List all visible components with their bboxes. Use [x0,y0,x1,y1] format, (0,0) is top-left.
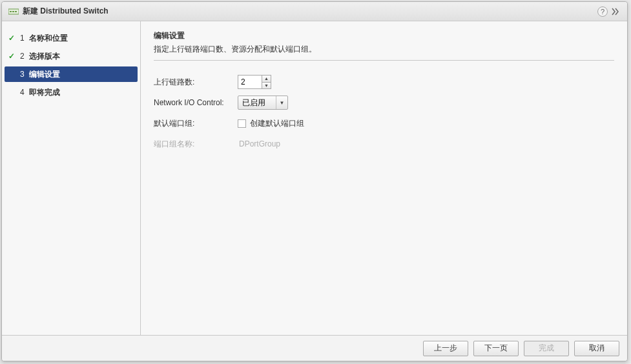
svg-rect-2 [12,11,14,12]
finish-button: 完成 [524,341,569,356]
row-uplinks: 上行链路数: ▲ ▼ [154,72,614,92]
step-number: 2 [20,52,29,61]
nioc-select[interactable]: 已启用 ▼ [238,96,288,110]
pg-name-value: DPortGroup [238,139,280,148]
step-label: 选择版本 [29,51,60,62]
step-number: 4 [20,88,29,97]
uplink-label: 上行链路数: [154,77,238,88]
spinner-down[interactable]: ▼ [262,83,271,89]
step-label: 编辑设置 [29,69,60,80]
section-subtitle: 指定上行链路端口数、资源分配和默认端口组。 [154,44,614,55]
svg-rect-3 [15,11,17,12]
help-icon[interactable]: ? [597,6,608,17]
row-portgroup-name: 端口组名称: DPortGroup [154,134,614,154]
dialog-body: ✓ 1 名称和位置 ✓ 2 选择版本 3 编辑设置 4 即将完成 编辑设置 [2,21,627,335]
svg-rect-1 [10,11,12,12]
wizard-dialog: 新建 Distributed Switch ? ✓ 1 名称和位置 ✓ 2 选择… [1,1,628,361]
row-nioc: Network I/O Control: 已启用 ▼ [154,93,614,112]
titlebar: 新建 Distributed Switch ? [2,2,627,21]
nioc-label: Network I/O Control: [154,98,238,107]
spinner-up[interactable]: ▲ [262,76,271,83]
expand-icon[interactable] [612,8,621,15]
default-pg-label: 默认端口组: [154,118,238,129]
row-default-portgroup: 默认端口组: 创建默认端口组 [154,114,614,133]
step-number: 3 [20,70,29,79]
step-ready-complete[interactable]: 4 即将完成 [5,85,138,100]
wizard-footer: 上一步 下一页 完成 取消 [2,335,627,361]
dvswitch-icon [8,8,19,15]
check-icon: ✓ [8,52,17,61]
chevron-down-icon: ▼ [276,96,287,109]
wizard-content: 编辑设置 指定上行链路端口数、资源分配和默认端口组。 上行链路数: ▲ ▼ Ne… [141,21,627,335]
dialog-title: 新建 Distributed Switch [23,6,597,17]
wizard-steps: ✓ 1 名称和位置 ✓ 2 选择版本 3 编辑设置 4 即将完成 [2,21,141,335]
step-edit-settings[interactable]: 3 编辑设置 [5,66,138,82]
step-name-location[interactable]: ✓ 1 名称和位置 [5,30,138,46]
nioc-selected-value: 已启用 [238,97,276,108]
next-button[interactable]: 下一页 [473,341,519,356]
uplink-spinner[interactable]: ▲ ▼ [238,75,271,89]
cancel-button[interactable]: 取消 [574,341,619,356]
step-label: 名称和位置 [29,33,68,44]
create-default-pg-checkbox[interactable] [238,119,246,128]
divider [154,60,614,61]
create-default-pg-label: 创建默认端口组 [250,118,304,129]
spinner-buttons: ▲ ▼ [262,75,271,89]
back-button[interactable]: 上一步 [423,341,468,356]
step-number: 1 [20,34,29,43]
check-icon: ✓ [8,34,17,43]
pg-name-label: 端口组名称: [154,139,238,150]
uplink-input[interactable] [238,75,262,89]
step-label: 即将完成 [29,87,60,98]
section-title: 编辑设置 [154,30,614,41]
step-select-version[interactable]: ✓ 2 选择版本 [5,48,138,64]
